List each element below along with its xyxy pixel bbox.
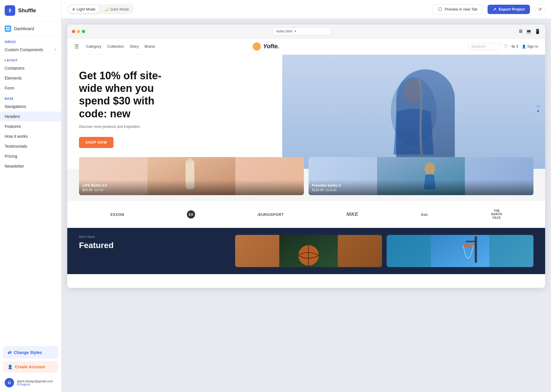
product-2-name: Freesbie Sanks 2 [312, 183, 530, 188]
topbar: Light Mode 🌙 Dark Mode 🖵 Preview in new … [61, 0, 551, 19]
dark-section: More ideas Featured [67, 228, 545, 274]
user-avatar: G [5, 378, 14, 387]
dark-section-title: Featured [79, 241, 228, 250]
sidebar-item-newsletter[interactable]: Newsletter [0, 161, 61, 171]
browser-frame: index.html ▾ 🖥 💻 📱 ☰ Category Collection [67, 25, 545, 288]
sidebar: Shuffle Dashboard SIRIUS Custom Componen… [0, 0, 61, 392]
site-logo-text: Yofte. [263, 43, 279, 50]
nav-right: SEARCH ♡ 🛍 3 👤 Sign In [468, 43, 538, 50]
url-bar[interactable]: index.html ▾ [273, 27, 331, 35]
svg-rect-11 [431, 235, 489, 267]
brand-ea: EA [187, 210, 195, 219]
create-account-button[interactable]: 👤 Create Account [3, 361, 58, 373]
viewport-icons: 🖥 💻 📱 [518, 29, 540, 34]
dot-red[interactable] [72, 30, 75, 33]
nav-search-box[interactable]: SEARCH [468, 43, 500, 50]
nav-signin[interactable]: 👤 Sign In [522, 44, 538, 49]
slide-dot-active [537, 110, 539, 112]
sidebar-item-form[interactable]: Form [0, 83, 61, 93]
site-hero: Get 10% off site-wide when you spend $30… [67, 55, 545, 169]
dark-mode-button[interactable]: 🌙 Dark Mode [100, 5, 133, 13]
export-button[interactable]: ↗ Export Project [488, 5, 530, 14]
history-icon: ↺ [538, 7, 542, 12]
hero-title: Get 10% off site-wide when you spend $30… [79, 69, 167, 120]
hero-cta-button[interactable]: SHOP NOW [79, 137, 113, 148]
svg-rect-0 [9, 10, 11, 11]
slide-dot-1 [538, 114, 539, 116]
nav-link-category[interactable]: Category [86, 44, 101, 49]
browser-url-bar-container: index.html ▾ [89, 27, 515, 35]
history-button[interactable]: ↺ [535, 4, 545, 15]
user-profile[interactable]: G glash.design@gmail.com 6 Projects [3, 375, 58, 388]
site-logo-icon [253, 42, 261, 51]
desktop-viewport-icon[interactable]: 🖥 [518, 29, 523, 34]
product-2-info: Freesbie Sanks 2 $126.00 $179.99 [309, 180, 533, 195]
export-icon: ↗ [493, 7, 496, 12]
sidebar-item-testimonials[interactable]: Testimonials [0, 141, 61, 151]
sidebar-item-elements[interactable]: Elements [0, 73, 61, 83]
site-nav: ☰ Category Collection Story Brand Yofte.… [67, 38, 545, 55]
nav-cart[interactable]: 🛍 3 [511, 44, 518, 49]
user-info: glash.design@gmail.com 6 Projects [17, 379, 53, 386]
mobile-viewport-icon[interactable]: 📱 [535, 29, 540, 34]
nav-link-story[interactable]: Story [130, 44, 139, 49]
dot-yellow[interactable] [77, 30, 80, 33]
hamburger-icon[interactable]: ☰ [74, 43, 79, 50]
product-1-name: LIFE Bottle 2.0 [82, 183, 300, 188]
main-area: Light Mode 🌙 Dark Mode 🖵 Preview in new … [61, 0, 551, 392]
dark-section-text: More ideas Featured [79, 235, 228, 250]
brand-northface: THENORTHFACE [491, 209, 502, 220]
sidebar-item-containers[interactable]: Containers [0, 63, 61, 73]
slide-dot-2 [538, 118, 539, 119]
product-1-info: LIFE Bottle 2.0 $10.30 $14.99 [79, 180, 304, 195]
tablet-viewport-icon[interactable]: 💻 [526, 29, 532, 34]
nav-link-collection[interactable]: Collection [107, 44, 124, 49]
sidebar-bottom: ⇄ Change Styles 👤 Create Account G glash… [0, 343, 61, 392]
light-mode-button[interactable]: Light Mode [68, 5, 99, 13]
dark-image-2 [387, 235, 533, 267]
app-name: Shuffle [18, 8, 36, 14]
svg-rect-13 [466, 241, 477, 242]
dark-image-1 [235, 235, 382, 267]
sidebar-item-custom-components[interactable]: Custom Components ↗ [0, 45, 61, 55]
products-row: LIFE Bottle 2.0 $10.30 $14.99 [67, 169, 545, 201]
logo-area[interactable]: Shuffle [0, 0, 61, 21]
sidebar-item-how-it-works[interactable]: How it works [0, 131, 61, 141]
browser-dots [72, 30, 85, 33]
brand-nike: NIKE [346, 212, 358, 217]
cart-icon: 🛍 [511, 44, 515, 49]
mode-toggle: Light Mode 🌙 Dark Mode [67, 4, 134, 14]
nav-link-brand[interactable]: Brand [144, 44, 155, 49]
browser-chrome: index.html ▾ 🖥 💻 📱 [67, 25, 545, 38]
dark-more-ideas: More ideas [79, 235, 228, 238]
url-dropdown-icon: ▾ [295, 29, 296, 33]
product-1-price: $10.30 $14.99 [82, 188, 300, 192]
sidebar-item-navigations[interactable]: Navigations [0, 102, 61, 111]
dark-images [235, 235, 533, 267]
hero-slide-indicator: 01 [537, 105, 540, 119]
brands-row: EXXON EA ∕EUROSPORT NIKE Aol. THENORTHFA… [67, 201, 545, 228]
preview-button[interactable]: 🖵 Preview in new Tab [433, 4, 483, 14]
user-icon: 👤 [522, 44, 526, 49]
create-account-icon: 👤 [8, 365, 13, 369]
wishlist-icon[interactable]: ♡ [504, 44, 508, 49]
cart-count: 3 [516, 44, 518, 49]
brand-eurosport: ∕EUROSPORT [258, 212, 284, 217]
dashboard-label: Dashboard [14, 26, 34, 31]
logo-icon [5, 5, 15, 16]
external-link-icon: ↗ [54, 48, 56, 52]
slide-number: 01 [537, 105, 540, 108]
dark-mode-moon-icon: 🌙 [104, 7, 109, 11]
preview-container: index.html ▾ 🖥 💻 📱 ☰ Category Collection [61, 19, 551, 392]
brand-aol: Aol. [421, 212, 428, 217]
sidebar-item-headers[interactable]: Headers [0, 111, 61, 121]
hero-subtitle: Discover more products and inspiration. [79, 125, 533, 129]
dashboard-icon [5, 25, 11, 32]
dashboard-item[interactable]: Dashboard [0, 21, 61, 36]
change-styles-button[interactable]: ⇄ Change Styles [3, 346, 58, 359]
sidebar-item-features[interactable]: Features [0, 121, 61, 131]
section-sirius-label: SIRIUS [0, 36, 61, 45]
dot-green[interactable] [82, 30, 85, 33]
sidebar-item-pricing[interactable]: Pricing [0, 151, 61, 161]
product-2-price: $126.00 $179.99 [312, 188, 530, 192]
